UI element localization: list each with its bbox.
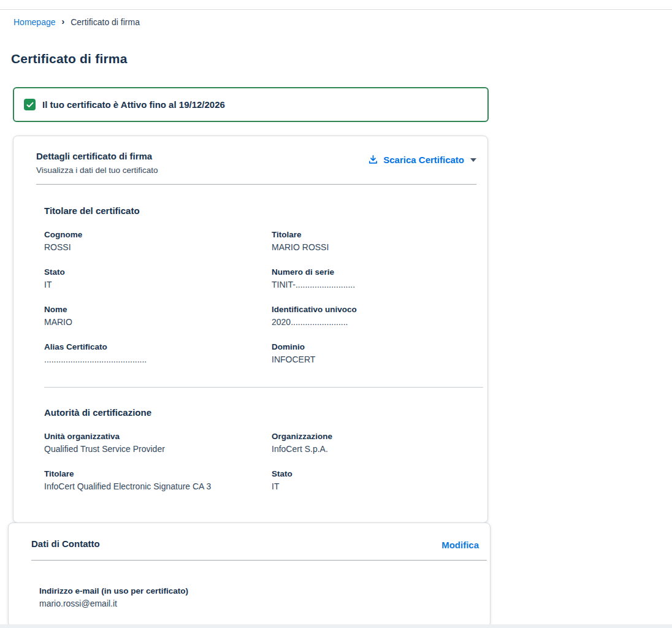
field-label: Titolare [272, 230, 483, 240]
breadcrumb: Homepage › Certificato di firma [13, 17, 672, 27]
field-dominio: Dominio INFOCERT [272, 342, 483, 365]
download-button-label: Scarica Certificato [383, 155, 464, 165]
field-value: INFOCERT [272, 354, 483, 365]
check-icon [24, 99, 36, 110]
field-value: InfoCert S.p.A. [272, 444, 483, 454]
field-value: TINIT-......................... [272, 280, 483, 290]
chevron-down-icon [470, 158, 476, 162]
field-value: InfoCert Qualified Electronic Signature … [44, 481, 272, 492]
breadcrumb-current: Certificato di firma [71, 17, 140, 27]
details-card-title: Dettagli certificato di firma [36, 151, 158, 162]
holder-section: Titolare del certificato Cognome ROSSI T… [13, 205, 487, 365]
authority-section: Autorità di certificazione Unità organiz… [13, 407, 487, 492]
authority-fields-grid: Unità organizzativa Qualified Trust Serv… [44, 432, 483, 492]
email-value: mario.rossi@email.it [39, 599, 490, 609]
field-value: MARIO [44, 317, 272, 327]
holder-fields-grid: Cognome ROSSI Titolare MARIO ROSSI Stato… [44, 230, 483, 365]
field-label: Nome [44, 305, 272, 315]
field-unita-organizzativa: Unità organizzativa Qualified Trust Serv… [44, 432, 272, 454]
field-stato: Stato IT [44, 267, 272, 290]
holder-section-title: Titolare del certificato [44, 205, 483, 216]
alert-message: Il tuo certificato è Attivo fino al 19/1… [42, 99, 225, 110]
certificate-status-alert: Il tuo certificato è Attivo fino al 19/1… [13, 87, 489, 122]
contact-data-card: Dati di Contatto Modifica Indirizzo e-ma… [8, 523, 491, 627]
download-icon [368, 155, 378, 165]
certificate-details-card: Dettagli certificato di firma Visualizza… [13, 136, 488, 523]
field-label: Numero di serie [272, 267, 483, 277]
field-value: ROSSI [44, 242, 272, 253]
email-field: Indirizzo e-mail (in uso per certificato… [9, 561, 490, 609]
field-label: Stato [272, 469, 483, 479]
field-value: IT [272, 481, 483, 492]
field-label: Stato [44, 267, 272, 277]
details-card-subtitle: Visualizza i dati del tuo certificato [36, 166, 158, 175]
field-label: Organizzazione [272, 432, 483, 442]
top-divider [0, 9, 672, 10]
details-header-divider [36, 184, 476, 185]
field-value: IT [44, 280, 272, 290]
field-label: Alias Certificato [44, 342, 272, 352]
field-titolare: Titolare MARIO ROSSI [272, 230, 483, 253]
field-value: MARIO ROSSI [272, 242, 483, 253]
email-label: Indirizzo e-mail (in uso per certificato… [39, 586, 490, 596]
contact-card-title: Dati di Contatto [31, 538, 100, 550]
authority-section-title: Autorità di certificazione [44, 407, 483, 418]
field-value: ........................................… [44, 354, 272, 365]
breadcrumb-home-link[interactable]: Homepage [13, 17, 56, 27]
details-card-heading-group: Dettagli certificato di firma Visualizza… [36, 151, 158, 175]
field-value: Qualified Trust Service Provider [44, 444, 272, 454]
field-cognome: Cognome ROSSI [44, 230, 272, 253]
field-label: Unità organizzativa [44, 432, 272, 442]
field-label: Titolare [44, 469, 272, 479]
field-numero-di-serie: Numero di serie TINIT-..................… [272, 267, 483, 290]
field-identificativo-univoco: Identificativo univoco 2020.............… [272, 305, 483, 327]
page-title: Certificato di firma [11, 52, 672, 66]
download-certificate-button[interactable]: Scarica Certificato [368, 155, 476, 165]
field-autorita-titolare: Titolare InfoCert Qualified Electronic S… [44, 469, 272, 492]
field-value: 2020........................ [272, 317, 483, 327]
field-autorita-stato: Stato IT [272, 469, 483, 492]
details-card-header: Dettagli certificato di firma Visualizza… [13, 136, 487, 175]
field-alias-certificato: Alias Certificato ......................… [44, 342, 272, 365]
field-nome: Nome MARIO [44, 305, 272, 327]
section-divider [44, 387, 483, 388]
field-label: Identificativo univoco [272, 305, 483, 315]
field-label: Cognome [44, 230, 272, 240]
page-bottom-band [0, 624, 672, 628]
contact-card-header: Dati di Contatto Modifica [9, 523, 490, 550]
field-organizzazione: Organizzazione InfoCert S.p.A. [272, 432, 483, 454]
edit-contact-link[interactable]: Modifica [441, 540, 479, 550]
field-label: Dominio [272, 342, 483, 352]
chevron-right-icon: › [62, 17, 65, 26]
